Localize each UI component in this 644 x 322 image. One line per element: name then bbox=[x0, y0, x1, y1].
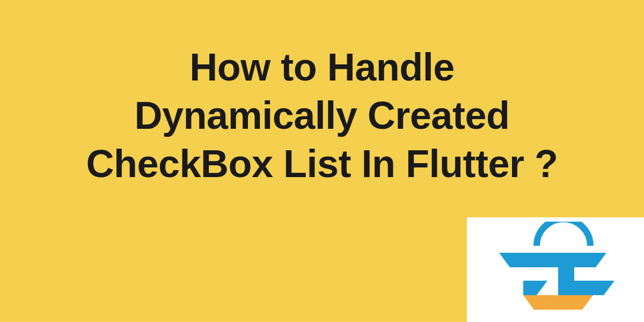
title-line-1: How to Handle bbox=[189, 46, 455, 89]
logo-container bbox=[467, 217, 644, 322]
title-container: How to Handle Dynamically Created CheckB… bbox=[0, 43, 644, 188]
page-title: How to Handle Dynamically Created CheckB… bbox=[0, 43, 644, 188]
title-line-3: CheckBox List In Flutter ? bbox=[86, 142, 558, 185]
title-line-2: Dynamically Created bbox=[135, 94, 510, 137]
flutter-agency-logo-icon bbox=[486, 222, 625, 318]
